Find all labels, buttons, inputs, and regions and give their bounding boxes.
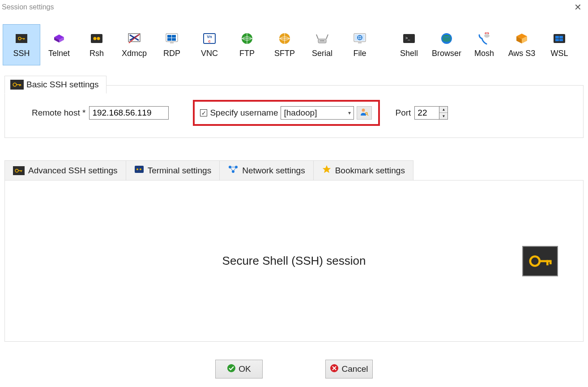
terminal-icon bbox=[134, 165, 144, 176]
svg-point-58 bbox=[366, 112, 367, 114]
svg-rect-2 bbox=[23, 38, 24, 39]
svg-rect-15 bbox=[167, 35, 171, 38]
type-vnc[interactable]: Vnc VNC bbox=[191, 24, 228, 65]
svg-rect-56 bbox=[21, 84, 21, 86]
session-description-panel: Secure Shell (SSH) session bbox=[4, 181, 584, 342]
remote-host-input[interactable] bbox=[89, 106, 169, 120]
specify-username-label: Specify username bbox=[210, 108, 278, 118]
type-ftp[interactable]: FTP bbox=[228, 24, 266, 65]
key-icon bbox=[13, 166, 25, 176]
port-up-button[interactable]: ▲ bbox=[439, 107, 447, 113]
type-rsh[interactable]: Rsh bbox=[78, 24, 115, 65]
svg-point-33 bbox=[322, 40, 323, 41]
session-type-row: SSH Telnet Rsh Xdmcp RDP Vnc VNC bbox=[0, 13, 588, 70]
type-ssh[interactable]: SSH bbox=[3, 24, 40, 65]
type-label: Telnet bbox=[48, 49, 70, 58]
tab-label: Advanced SSH settings bbox=[28, 166, 118, 176]
svg-point-64 bbox=[136, 168, 138, 170]
tab-network[interactable]: Network settings bbox=[219, 160, 313, 180]
tab-terminal[interactable]: Terminal settings bbox=[126, 160, 220, 180]
username-combo[interactable]: [hadoop] ▾ bbox=[281, 106, 354, 120]
key-icon bbox=[10, 80, 24, 90]
type-label: RDP bbox=[163, 49, 180, 58]
user-credentials-button[interactable] bbox=[357, 106, 372, 120]
port-spinner[interactable]: ▲ ▼ bbox=[414, 106, 448, 120]
svg-line-30 bbox=[316, 34, 318, 39]
type-file[interactable]: File bbox=[341, 24, 379, 65]
svg-text:Vn: Vn bbox=[207, 34, 212, 39]
big-key-icon bbox=[522, 246, 558, 276]
type-awss3[interactable]: Aws S3 bbox=[503, 24, 541, 65]
specify-username-checkbox[interactable]: ✓ bbox=[200, 109, 207, 116]
svg-rect-18 bbox=[172, 38, 176, 41]
type-rdp[interactable]: RDP bbox=[153, 24, 191, 65]
wsl-icon bbox=[551, 32, 567, 45]
type-xdmcp[interactable]: Xdmcp bbox=[115, 24, 153, 65]
svg-rect-52 bbox=[559, 39, 563, 41]
close-icon[interactable]: ✕ bbox=[571, 2, 584, 13]
svg-text:>_: >_ bbox=[405, 36, 410, 40]
file-icon bbox=[352, 32, 368, 45]
svg-rect-49 bbox=[555, 36, 559, 39]
type-wsl[interactable]: WSL bbox=[541, 24, 578, 65]
type-label: Mosh bbox=[474, 49, 494, 58]
port-down-button[interactable]: ▼ bbox=[439, 113, 447, 119]
type-label: Xdmcp bbox=[122, 49, 147, 58]
svg-text:c: c bbox=[208, 39, 210, 43]
mosh-icon bbox=[476, 32, 492, 45]
type-label: WSL bbox=[550, 49, 568, 58]
type-label: File bbox=[353, 49, 366, 58]
basic-settings-legend: Basic SSH settings bbox=[4, 76, 107, 94]
svg-line-71 bbox=[233, 167, 236, 172]
type-label: SSH bbox=[13, 49, 30, 58]
svg-point-9 bbox=[97, 37, 100, 40]
svg-rect-19 bbox=[170, 42, 174, 43]
port-input[interactable] bbox=[414, 106, 439, 120]
type-telnet[interactable]: Telnet bbox=[40, 24, 78, 65]
telnet-icon bbox=[51, 32, 67, 45]
type-browser[interactable]: Browser bbox=[428, 24, 465, 65]
svg-point-60 bbox=[15, 169, 18, 172]
x-circle-icon bbox=[330, 364, 339, 375]
svg-rect-54 bbox=[16, 84, 21, 85]
svg-point-44 bbox=[484, 34, 490, 38]
type-sftp[interactable]: SFTP bbox=[266, 24, 303, 65]
svg-rect-77 bbox=[550, 260, 552, 264]
shell-icon: >_ bbox=[401, 32, 417, 45]
svg-point-8 bbox=[94, 37, 97, 40]
ok-button[interactable]: OK bbox=[215, 360, 263, 378]
basic-settings-legend-text: Basic SSH settings bbox=[26, 80, 99, 90]
chevron-down-icon: ▾ bbox=[348, 110, 351, 116]
svg-point-32 bbox=[320, 40, 321, 41]
svg-marker-72 bbox=[322, 165, 330, 173]
username-value: [hadoop] bbox=[284, 108, 317, 118]
type-shell[interactable]: >_ Shell bbox=[390, 24, 428, 65]
tab-advanced-ssh[interactable]: Advanced SSH settings bbox=[4, 160, 126, 180]
svg-rect-61 bbox=[18, 170, 22, 171]
ssh-icon bbox=[13, 32, 30, 45]
svg-point-0 bbox=[18, 37, 21, 40]
svg-rect-16 bbox=[172, 35, 176, 38]
vnc-icon: Vnc bbox=[201, 32, 217, 45]
type-label: Browser bbox=[432, 49, 461, 58]
basic-settings-group: Basic SSH settings Remote host * ✓ Speci… bbox=[4, 85, 584, 138]
type-serial[interactable]: Serial bbox=[303, 24, 341, 65]
awss3-icon bbox=[514, 32, 530, 45]
sftp-icon bbox=[277, 32, 293, 45]
type-mosh[interactable]: Mosh bbox=[465, 24, 503, 65]
svg-point-78 bbox=[227, 364, 235, 372]
svg-rect-75 bbox=[539, 260, 551, 262]
ftp-icon bbox=[239, 32, 255, 45]
svg-rect-7 bbox=[91, 34, 102, 43]
check-circle-icon bbox=[227, 364, 236, 375]
tab-bookmark[interactable]: Bookmark settings bbox=[313, 160, 413, 180]
rdp-icon bbox=[164, 32, 180, 45]
svg-point-57 bbox=[362, 108, 365, 112]
cancel-button[interactable]: Cancel bbox=[325, 360, 373, 378]
svg-rect-76 bbox=[546, 260, 549, 265]
window-title: Session settings bbox=[2, 3, 54, 11]
svg-point-53 bbox=[13, 83, 17, 86]
svg-line-31 bbox=[326, 34, 328, 39]
rsh-icon bbox=[89, 32, 105, 45]
svg-rect-63 bbox=[135, 166, 144, 173]
